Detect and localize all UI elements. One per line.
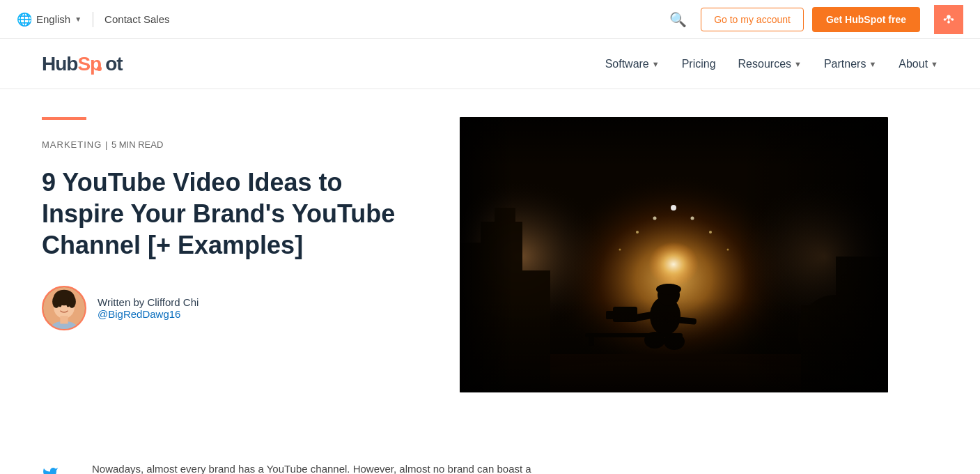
- chevron-down-icon: ▼: [794, 60, 802, 68]
- twitter-bird-icon: [42, 466, 59, 474]
- svg-line-6: [951, 18, 952, 20]
- go-to-account-button[interactable]: Go to my account: [701, 8, 804, 31]
- category-label: MARKETING: [42, 139, 102, 150]
- hubspot-logo[interactable]: Hub Sp ot: [42, 53, 123, 75]
- hubspot-sprocket-icon: [941, 12, 956, 27]
- search-button[interactable]: 🔍: [664, 8, 692, 31]
- author-section: Written by Clifford Chi @BigRedDawg16: [42, 286, 418, 330]
- main-content: MARKETING | 5 MIN READ 9 YouTube Video I…: [0, 89, 980, 438]
- language-selector[interactable]: 🌐 English ▼: [17, 12, 93, 27]
- read-time-separator: |: [105, 139, 111, 150]
- read-time-label: 5 MIN READ: [111, 139, 163, 150]
- article-category: MARKETING | 5 MIN READ: [42, 139, 418, 150]
- author-avatar-image: [43, 286, 85, 330]
- chevron-down-icon: ▼: [652, 60, 660, 68]
- orange-rule-decoration: [42, 117, 86, 120]
- contact-sales-link[interactable]: Contact Sales: [104, 13, 169, 25]
- nav-item-pricing[interactable]: Pricing: [682, 55, 716, 73]
- logo-spot-text: Sp: [77, 53, 101, 75]
- chevron-down-icon: ▼: [75, 15, 81, 23]
- topbar-left: 🌐 English ▼ Contact Sales: [17, 12, 170, 27]
- author-handle-link[interactable]: @BigRedDawg16: [98, 308, 199, 320]
- nav-software-label: Software: [605, 58, 649, 70]
- svg-point-1: [947, 20, 950, 23]
- article-excerpt: Nowadays, almost every brand has a YouTu…: [92, 460, 552, 474]
- topbar: 🌐 English ▼ Contact Sales 🔍 Go to my acc…: [0, 0, 980, 39]
- hero-image-svg: [460, 117, 888, 392]
- author-avatar: [42, 286, 86, 330]
- navbar: Hub Sp ot Software ▼ Pricing Resources ▼…: [0, 39, 980, 89]
- nav-item-resources[interactable]: Resources ▼: [738, 55, 802, 73]
- svg-point-38: [727, 249, 729, 251]
- twitter-share-icon[interactable]: [42, 466, 59, 474]
- nav-resources-label: Resources: [738, 58, 791, 70]
- search-icon: 🔍: [669, 12, 687, 27]
- article-right-panel: [460, 89, 938, 438]
- svg-point-14: [59, 304, 62, 307]
- article-left-panel: MARKETING | 5 MIN READ 9 YouTube Video I…: [42, 89, 418, 438]
- logo-dot: [97, 66, 102, 71]
- svg-point-0: [947, 15, 951, 18]
- svg-rect-53: [460, 117, 613, 392]
- main-navigation: Software ▼ Pricing Resources ▼ Partners …: [605, 55, 938, 73]
- topbar-right: 🔍 Go to my account Get HubSpot free: [664, 5, 963, 34]
- nav-item-about[interactable]: About ▼: [899, 55, 938, 73]
- nav-about-label: About: [899, 58, 928, 70]
- chevron-down-icon: ▼: [869, 60, 876, 68]
- nav-partners-label: Partners: [824, 58, 866, 70]
- author-name: Clifford Chi: [147, 296, 199, 308]
- svg-point-41: [656, 284, 681, 295]
- logo-hub-text: Hub: [42, 53, 77, 75]
- logo-ot-text: ot: [105, 53, 122, 75]
- chevron-down-icon: ▼: [931, 60, 938, 68]
- written-by-prefix: Written by: [98, 296, 147, 308]
- author-written-label: Written by Clifford Chi: [98, 296, 199, 308]
- globe-icon: 🌐: [17, 12, 32, 27]
- svg-rect-13: [60, 316, 68, 323]
- hubspot-icon-button[interactable]: [934, 5, 963, 34]
- article-title: 9 YouTube Video Ideas to Inspire Your Br…: [42, 167, 418, 261]
- get-hubspot-free-button[interactable]: Get HubSpot free: [812, 7, 920, 32]
- bottom-content: Nowadays, almost every brand has a YouTu…: [0, 438, 980, 474]
- nav-item-partners[interactable]: Partners ▼: [824, 55, 876, 73]
- svg-point-15: [67, 304, 70, 307]
- svg-rect-54: [738, 117, 888, 392]
- author-info: Written by Clifford Chi @BigRedDawg16: [98, 296, 199, 320]
- social-share-icons: [42, 460, 59, 474]
- svg-point-37: [619, 249, 621, 251]
- nav-item-software[interactable]: Software ▼: [605, 55, 660, 73]
- nav-pricing-label: Pricing: [682, 58, 716, 70]
- hero-image: [460, 117, 888, 392]
- svg-line-5: [945, 18, 947, 20]
- language-label: English: [36, 13, 70, 25]
